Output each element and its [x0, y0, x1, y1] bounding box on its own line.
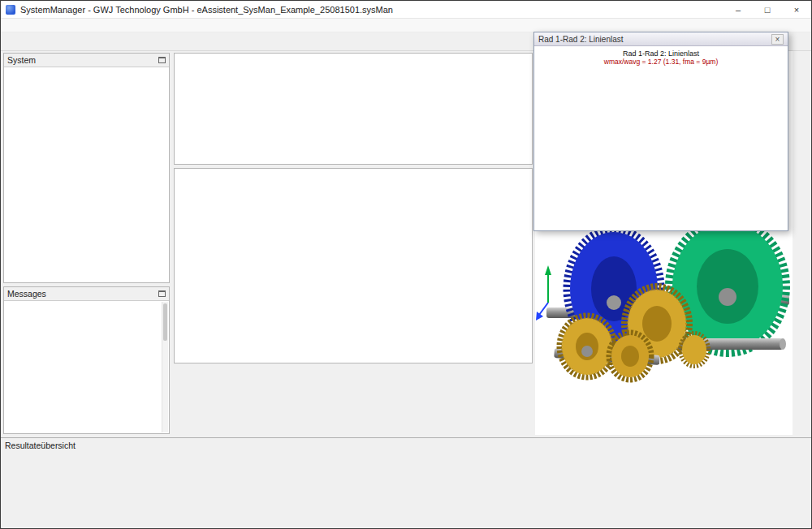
chart-area: Rad 1-Rad 2: Linienlast wmax/wavg = 1.27…: [536, 47, 786, 229]
message-list: [5, 302, 162, 432]
results-overview-panel: Resultateübersicht: [1, 437, 812, 529]
chart-legend: [771, 75, 776, 78]
chart-title: Rad 1-Rad 2: Linienlast: [536, 49, 786, 58]
results-title: Resultateübersicht: [5, 441, 76, 450]
messages-panel-header: Messages: [4, 287, 169, 301]
view-toolbar: [791, 51, 810, 432]
gear-3d-scene: [535, 228, 793, 435]
system-panel: System: [3, 53, 170, 283]
title-bar: SystemManager - GWJ Technology GmbH - eA…: [1, 1, 811, 19]
messages-panel-title: Messages: [7, 289, 46, 299]
float-panel-icon[interactable]: [158, 290, 166, 297]
maximize-button[interactable]: □: [753, 1, 782, 18]
gold-pinion: [680, 333, 708, 366]
app-window: SystemManager - GWJ Technology GmbH - eA…: [0, 0, 812, 529]
chart-window-titlebar[interactable]: Rad 1-Rad 2: Linienlast ×: [534, 32, 788, 46]
minimize-button[interactable]: –: [723, 1, 753, 18]
messages-scrollbar[interactable]: [162, 302, 168, 432]
messages-panel: Messages: [3, 286, 170, 434]
gold-gear-front-large: [559, 316, 615, 377]
system-tree: [5, 68, 168, 282]
window-controls: –□×: [723, 1, 811, 18]
scrollbar-thumb[interactable]: [163, 303, 167, 341]
linienlast-chart-window[interactable]: Rad 1-Rad 2: Linienlast × Rad 1-Rad 2: L…: [533, 32, 788, 231]
close-icon[interactable]: ×: [771, 34, 784, 45]
window-title: SystemManager - GWJ Technology GmbH - eA…: [20, 5, 393, 15]
chart-subtitle: wmax/wavg = 1.27 (1.31, fma = 9µm): [536, 58, 786, 66]
close-button[interactable]: ×: [782, 1, 811, 18]
app-icon: [6, 5, 15, 15]
flank-modification-table: [174, 168, 533, 363]
gear-overview-table: [174, 53, 533, 165]
system-panel-header: System: [4, 54, 169, 67]
float-panel-icon[interactable]: [158, 57, 166, 63]
chart-window-title: Rad 1-Rad 2: Linienlast: [538, 35, 624, 44]
menu-bar: [1, 19, 811, 32]
system-panel-title: System: [7, 55, 36, 65]
